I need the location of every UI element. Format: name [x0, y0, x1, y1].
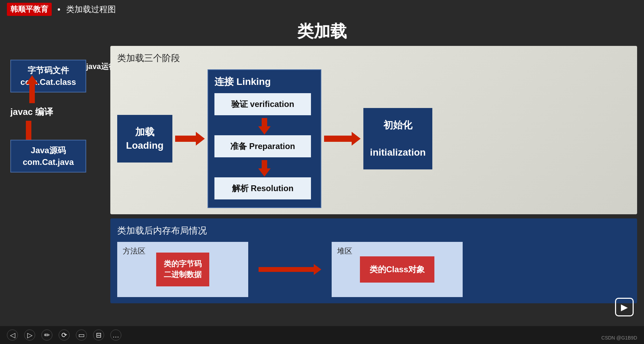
arrow-prep-to-res [214, 160, 314, 177]
pencil-icon: ✏ [44, 331, 50, 339]
toolbar-btn-rect[interactable]: ▭ [76, 330, 87, 341]
bytecode-data-line2: 二进制数据 [164, 270, 202, 279]
arrow-load-to-link [175, 132, 205, 146]
memory-title: 类加载后内存布局情况 [117, 225, 630, 237]
loading-box: 加载 Loading [117, 115, 172, 163]
h-shaft-2 [324, 136, 352, 142]
back-icon: ◁ [10, 331, 15, 339]
init-line2: initialization [370, 146, 426, 159]
toolbar-btn-back[interactable]: ◁ [7, 330, 18, 341]
source-box: Java源码 com.Cat.java [10, 140, 86, 173]
toolbar-btn-play[interactable]: ▷ [24, 330, 35, 341]
toolbar-btn-pencil[interactable]: ✏ [41, 330, 52, 341]
method-area-title: 方法区 [123, 246, 145, 256]
play-icon: ▶ [621, 302, 628, 313]
preparation-box: 准备 Preparation [214, 135, 311, 157]
play-toolbar-icon: ▷ [27, 331, 32, 339]
resolution-box: 解析 Resolution [214, 177, 311, 199]
arrow-shaft [29, 84, 35, 103]
h-head-2 [352, 132, 361, 146]
arrow-method-to-heap [259, 264, 321, 275]
top-diagram: 类加载三个阶段 加载 Loading 连接 Linking 验证 verific… [110, 46, 637, 214]
left-panel: 字节码文件 com.Cat.class java运行 javac 编译 Java… [3, 46, 110, 303]
memory-areas: 方法区 类的字节码 二进制数据 堆区 类的Class对象 [117, 242, 630, 297]
javac-label: javac 编译 [10, 107, 53, 117]
dot-icon: ● [57, 6, 61, 12]
bytecode-data-line1: 类的字节码 [164, 259, 202, 268]
arrow-link-to-init [324, 132, 361, 146]
h-head-1 [196, 132, 205, 146]
method-area: 方法区 类的字节码 二进制数据 [117, 242, 248, 297]
rect-icon: ▭ [78, 331, 85, 339]
header-bar: 韩顺平教育 ● 类加载过程图 [0, 0, 644, 19]
arrow-shaft2 [26, 121, 31, 140]
bytecode-line1: 字节码文件 [28, 66, 69, 75]
diagram-title: 类加载三个阶段 [117, 52, 630, 64]
between-head [314, 264, 321, 275]
memory-box: 类加载后内存布局情况 方法区 类的字节码 二进制数据 堆区 [110, 218, 637, 303]
down-shaft-2 [262, 160, 267, 168]
play-button-corner[interactable]: ▶ [615, 298, 634, 316]
bottom-toolbar: ◁ ▷ ✏ ⟳ ▭ ⊟ … [0, 326, 644, 344]
toolbar-btn-refresh[interactable]: ⟳ [59, 330, 70, 341]
arrow-verify-to-prep [214, 118, 314, 135]
header-subtitle: 类加载过程图 [66, 4, 116, 15]
toolbar-btn-more[interactable]: … [110, 330, 121, 341]
class-obj-box: 类的Class对象 [360, 256, 434, 283]
heap-area: 堆区 类的Class对象 [332, 242, 463, 297]
list-icon: ⊟ [96, 331, 102, 339]
stages-row: 加载 Loading 连接 Linking 验证 verification [117, 69, 630, 208]
refresh-icon: ⟳ [61, 331, 67, 339]
init-box: 初始化 initialization [363, 108, 432, 169]
right-panel: 类加载三个阶段 加载 Loading 连接 Linking 验证 verific… [110, 46, 641, 303]
verification-box: 验证 verification [214, 93, 311, 115]
between-shaft [259, 267, 314, 272]
source-line1: Java源码 [31, 146, 66, 155]
down-head-1 [258, 126, 271, 135]
loading-line2: Loading [126, 139, 164, 152]
brand-label: 韩顺平教育 [7, 3, 52, 16]
arrow-up-head [26, 75, 38, 84]
main-title: 类加载 [0, 20, 644, 42]
down-shaft-1 [262, 118, 267, 126]
h-shaft-1 [175, 136, 196, 142]
loading-line1: 加载 [135, 125, 154, 139]
source-line2: com.Cat.java [23, 157, 74, 167]
csdn-badge: CSDN @G1B9D [601, 335, 637, 341]
content-area: 字节码文件 com.Cat.class java运行 javac 编译 Java… [0, 46, 644, 303]
bytecode-data-box: 类的字节码 二进制数据 [156, 253, 209, 286]
down-head-2 [258, 168, 271, 177]
linking-container: 连接 Linking 验证 verification 准备 Preparatio… [208, 69, 321, 208]
toolbar-btn-list[interactable]: ⊟ [93, 330, 104, 341]
more-icon: … [112, 331, 119, 339]
heap-area-title: 堆区 [337, 246, 352, 256]
linking-title: 连接 Linking [214, 75, 314, 88]
init-line1: 初始化 [383, 118, 412, 132]
